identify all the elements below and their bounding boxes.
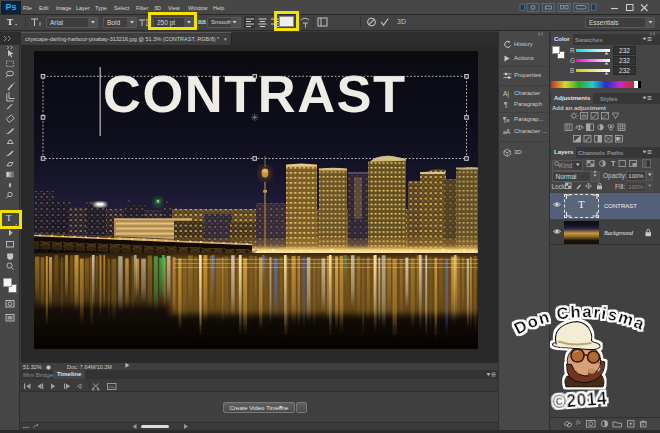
svg-text:©2014: ©2014 xyxy=(552,388,608,412)
